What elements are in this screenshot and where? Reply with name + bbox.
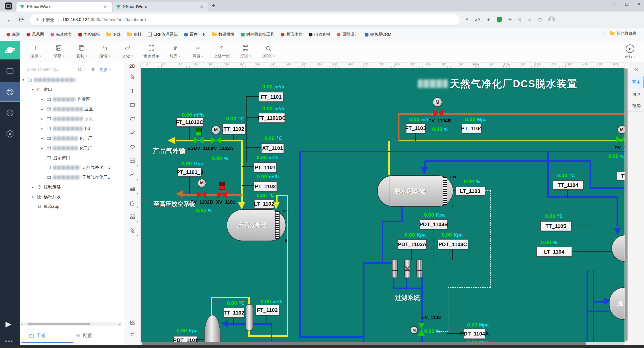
send-icon[interactable]: ✈ <box>508 17 512 22</box>
value-readout[interactable]: 0.00% <box>541 239 557 245</box>
bookmark-item[interactable]: 腾讯体育 <box>281 32 302 37</box>
caret-right-icon[interactable]: ▸ <box>42 117 46 121</box>
bookmark-item[interactable]: 百度一下 <box>184 32 206 37</box>
caret-right-icon[interactable]: ▸ <box>42 136 46 140</box>
bookmark-item[interactable]: 山猫直播 <box>309 32 330 37</box>
tree-horizontal-scrollbar[interactable]: ◂ ▸ <box>21 322 122 326</box>
toolbar-100%[interactable]: 100%∨ <box>261 45 276 58</box>
browser-tab[interactable]: FSmartWorx ✕ <box>113 2 208 12</box>
value-readout[interactable]: 0.00% <box>196 207 212 213</box>
value-readout[interactable]: 0.00Kpa <box>442 232 463 238</box>
tab-project[interactable]: 工程 <box>29 332 46 338</box>
refresh-button[interactable]: ⟳ <box>19 16 24 23</box>
tag-FT_1103[interactable]: FT_1103 <box>406 123 426 133</box>
value-readout[interactable]: 0.00% <box>212 155 228 161</box>
tree-item-业区[interactable]: ▸业区 <box>42 114 93 124</box>
bookmark-item[interactable]: 下载 <box>106 32 121 37</box>
lasso-tool[interactable] <box>124 140 140 154</box>
value-readout[interactable]: 0.00Mpa <box>465 116 486 122</box>
tag-PT_1104[interactable]: PT_1104 <box>462 124 482 133</box>
new-tab-button[interactable]: + <box>212 2 215 9</box>
sparkle-icon[interactable]: ✦ <box>486 17 490 22</box>
bookmark-item[interactable]: 凤凰网 <box>26 32 44 37</box>
value-readout[interactable]: 0.00℃ <box>227 300 244 306</box>
rect-tool[interactable] <box>124 98 140 112</box>
device-label[interactable]: PV_1102A <box>210 146 233 151</box>
valve-PV_110x[interactable] <box>616 136 624 143</box>
scrollbar-thumb[interactable] <box>142 342 586 345</box>
tag-PT_1101[interactable]: PT_1101 <box>254 162 276 172</box>
valve-ESDV_1102[interactable] <box>194 137 204 144</box>
bookmark-item[interactable]: 力控邮箱 <box>78 32 100 37</box>
list-view-icon[interactable]: ≡ <box>92 66 95 73</box>
panel-tool[interactable]: ❯ <box>124 154 140 168</box>
filter-vessel[interactable] <box>416 259 422 278</box>
tag-TT[interactable]: TT <box>616 172 624 180</box>
address-bar[interactable]: ⚠ 不安全 | 192.168.0.124 :3000/#/admin/hmi/… <box>30 14 460 25</box>
value-readout[interactable]: 0.00℃ <box>264 135 282 141</box>
text-tool[interactable] <box>124 84 140 98</box>
bookmark-item[interactable]: 时间戳转换工具 <box>241 32 274 37</box>
tree-item-模板片段[interactable]: ▸模板片段 <box>32 192 61 202</box>
collections-icon[interactable]: ⊞ <box>538 17 542 22</box>
toolbar-全屏显示[interactable]: 全屏显示 <box>144 45 160 59</box>
valve-PV_1104B[interactable] <box>434 110 443 116</box>
toolbar-上移一层[interactable]: 上移一层 <box>214 45 230 59</box>
back-button[interactable]: ← <box>6 16 12 23</box>
select-tool[interactable] <box>124 70 140 84</box>
tab-config[interactable]: 配置 <box>76 332 92 338</box>
value-readout[interactable]: 0.00℃ <box>545 213 563 219</box>
tree-item-化厂[interactable]: ▸化厂 <box>42 124 93 134</box>
value-readout[interactable]: 0.00Mpa <box>467 322 488 328</box>
scrollbar-thumb[interactable] <box>625 68 628 341</box>
tag-TT_1105[interactable]: TT_1105 <box>540 221 571 231</box>
text-label[interactable]: 产品气外输 <box>153 146 185 155</box>
tree-item-天然气净化厂D[interactable]: 天然气净化厂D <box>42 163 110 172</box>
value-readout[interactable]: 0.00m³/h <box>409 116 431 122</box>
sidebar-item-model[interactable] <box>0 124 20 144</box>
other-bookmarks[interactable]: 其他收藏夹 <box>603 31 636 36</box>
caret-right-icon[interactable]: ▸ <box>32 195 36 198</box>
font-size-icon[interactable]: aA <box>475 17 480 22</box>
panel-tab-app[interactable]: app <box>628 88 644 100</box>
sidebar-item-record[interactable] <box>0 103 20 123</box>
tree-item-作业区[interactable]: ▸作业区 <box>42 94 90 104</box>
sidebar-more-icon[interactable]: ••• <box>5 338 14 345</box>
tag-PT_1102[interactable]: PT_1102 <box>254 181 277 192</box>
value-readout[interactable]: 0.00m³/h <box>257 174 279 180</box>
bookmark-item[interactable]: 极速体育 <box>50 32 72 37</box>
pointer-tool[interactable]: ❯ <box>124 224 140 238</box>
value-readout[interactable]: 0.00% <box>432 126 448 132</box>
valve-PV_1102A[interactable] <box>211 137 221 144</box>
tree-item-业区[interactable]: ▸业区 <box>42 104 93 114</box>
bookmark-item[interactable]: 新浪 <box>6 32 20 37</box>
collapse-panel-button[interactable]: « <box>628 65 644 73</box>
bookmark-item[interactable]: 资料 <box>127 32 142 37</box>
workspace-icon[interactable] <box>5 2 12 10</box>
device-label[interactable]: XV_1101 <box>216 199 235 205</box>
panel-tab-基本[interactable]: 基本 <box>628 76 644 88</box>
caret-right-icon[interactable]: ▸ <box>42 98 46 101</box>
valve-PV_1102B[interactable] <box>197 191 206 198</box>
shape-tool[interactable]: ❯ <box>124 196 140 210</box>
toolbar-等宽[interactable]: 等宽∨ <box>191 45 205 59</box>
value-readout[interactable]: 0.00℃ <box>256 192 274 198</box>
vessel-脱水闪蒸罐[interactable]: 脱水闪蒸罐 100 0 <box>377 175 454 206</box>
caret-right-icon[interactable]: ▸ <box>42 107 46 111</box>
value-readout[interactable]: 0.00m³/h <box>182 112 204 118</box>
valve-LV_1103[interactable] <box>418 323 425 336</box>
motor-actuator[interactable]: M <box>618 126 624 134</box>
canvas-vertical-scrollbar[interactable] <box>624 68 628 342</box>
minimize-button[interactable]: ─ <box>614 2 616 6</box>
value-readout[interactable]: 0.00Kpa <box>405 232 426 238</box>
scroll-left-icon[interactable]: ◂ <box>21 323 24 326</box>
text-label[interactable]: 至高压放空系统 <box>154 200 195 208</box>
valve-XV_1101[interactable] <box>217 191 227 198</box>
more-button[interactable]: 更多 ∨ <box>100 67 112 72</box>
polygon-tool[interactable] <box>124 112 140 126</box>
tree-item-提示窗口[interactable]: 提示窗口 <box>42 153 70 163</box>
toolbar-重做[interactable]: 重做∨ <box>120 45 135 59</box>
panel-tab-布局[interactable]: 布局 <box>628 100 644 112</box>
tag-PDT_1101[interactable]: PDT_1101 <box>174 336 197 342</box>
tag-AT_1101[interactable]: AT_1101 <box>261 143 284 153</box>
